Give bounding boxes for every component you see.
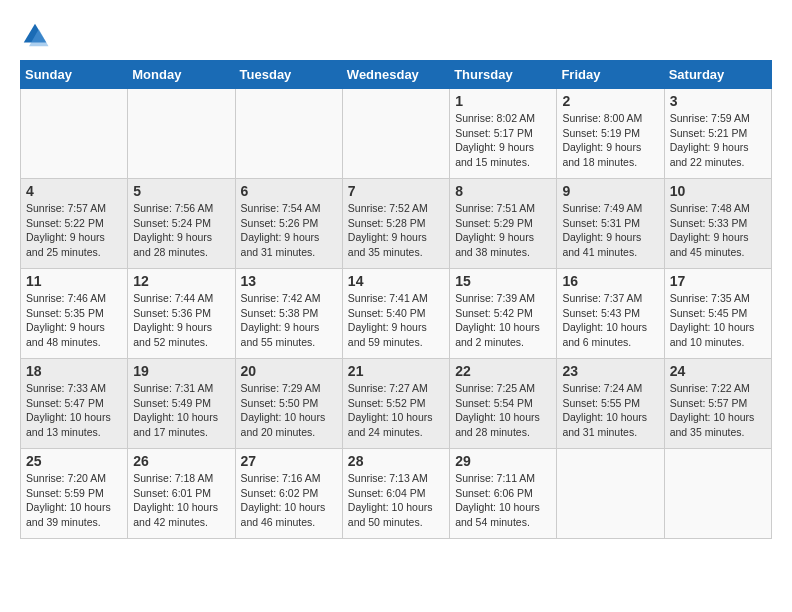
day-info: Sunrise: 7:22 AM Sunset: 5:57 PM Dayligh… (670, 381, 766, 440)
day-number: 11 (26, 273, 122, 289)
day-number: 5 (133, 183, 229, 199)
calendar-cell: 15Sunrise: 7:39 AM Sunset: 5:42 PM Dayli… (450, 269, 557, 359)
day-number: 15 (455, 273, 551, 289)
calendar-cell: 28Sunrise: 7:13 AM Sunset: 6:04 PM Dayli… (342, 449, 449, 539)
calendar-cell: 3Sunrise: 7:59 AM Sunset: 5:21 PM Daylig… (664, 89, 771, 179)
day-info: Sunrise: 7:49 AM Sunset: 5:31 PM Dayligh… (562, 201, 658, 260)
day-info: Sunrise: 7:52 AM Sunset: 5:28 PM Dayligh… (348, 201, 444, 260)
day-number: 1 (455, 93, 551, 109)
calendar-cell (664, 449, 771, 539)
day-number: 16 (562, 273, 658, 289)
calendar-cell: 23Sunrise: 7:24 AM Sunset: 5:55 PM Dayli… (557, 359, 664, 449)
day-number: 20 (241, 363, 337, 379)
calendar-header: SundayMondayTuesdayWednesdayThursdayFrid… (21, 61, 772, 89)
calendar-cell: 22Sunrise: 7:25 AM Sunset: 5:54 PM Dayli… (450, 359, 557, 449)
calendar-cell: 7Sunrise: 7:52 AM Sunset: 5:28 PM Daylig… (342, 179, 449, 269)
day-info: Sunrise: 7:27 AM Sunset: 5:52 PM Dayligh… (348, 381, 444, 440)
calendar-cell: 29Sunrise: 7:11 AM Sunset: 6:06 PM Dayli… (450, 449, 557, 539)
day-number: 27 (241, 453, 337, 469)
header-day-saturday: Saturday (664, 61, 771, 89)
header-day-wednesday: Wednesday (342, 61, 449, 89)
day-info: Sunrise: 7:37 AM Sunset: 5:43 PM Dayligh… (562, 291, 658, 350)
calendar-cell: 1Sunrise: 8:02 AM Sunset: 5:17 PM Daylig… (450, 89, 557, 179)
calendar-cell: 24Sunrise: 7:22 AM Sunset: 5:57 PM Dayli… (664, 359, 771, 449)
week-row-5: 25Sunrise: 7:20 AM Sunset: 5:59 PM Dayli… (21, 449, 772, 539)
day-number: 26 (133, 453, 229, 469)
day-number: 24 (670, 363, 766, 379)
day-info: Sunrise: 7:20 AM Sunset: 5:59 PM Dayligh… (26, 471, 122, 530)
day-number: 21 (348, 363, 444, 379)
day-number: 22 (455, 363, 551, 379)
calendar-cell: 17Sunrise: 7:35 AM Sunset: 5:45 PM Dayli… (664, 269, 771, 359)
day-number: 4 (26, 183, 122, 199)
header-row: SundayMondayTuesdayWednesdayThursdayFrid… (21, 61, 772, 89)
day-info: Sunrise: 7:59 AM Sunset: 5:21 PM Dayligh… (670, 111, 766, 170)
day-info: Sunrise: 8:02 AM Sunset: 5:17 PM Dayligh… (455, 111, 551, 170)
calendar-cell: 8Sunrise: 7:51 AM Sunset: 5:29 PM Daylig… (450, 179, 557, 269)
calendar-cell: 10Sunrise: 7:48 AM Sunset: 5:33 PM Dayli… (664, 179, 771, 269)
day-info: Sunrise: 7:11 AM Sunset: 6:06 PM Dayligh… (455, 471, 551, 530)
day-number: 19 (133, 363, 229, 379)
day-number: 14 (348, 273, 444, 289)
day-info: Sunrise: 7:57 AM Sunset: 5:22 PM Dayligh… (26, 201, 122, 260)
week-row-3: 11Sunrise: 7:46 AM Sunset: 5:35 PM Dayli… (21, 269, 772, 359)
calendar-cell: 13Sunrise: 7:42 AM Sunset: 5:38 PM Dayli… (235, 269, 342, 359)
day-info: Sunrise: 7:41 AM Sunset: 5:40 PM Dayligh… (348, 291, 444, 350)
header-day-thursday: Thursday (450, 61, 557, 89)
week-row-2: 4Sunrise: 7:57 AM Sunset: 5:22 PM Daylig… (21, 179, 772, 269)
calendar-cell: 5Sunrise: 7:56 AM Sunset: 5:24 PM Daylig… (128, 179, 235, 269)
logo-icon (20, 20, 50, 50)
day-info: Sunrise: 7:33 AM Sunset: 5:47 PM Dayligh… (26, 381, 122, 440)
day-number: 28 (348, 453, 444, 469)
calendar-cell: 9Sunrise: 7:49 AM Sunset: 5:31 PM Daylig… (557, 179, 664, 269)
day-number: 9 (562, 183, 658, 199)
week-row-1: 1Sunrise: 8:02 AM Sunset: 5:17 PM Daylig… (21, 89, 772, 179)
calendar-table: SundayMondayTuesdayWednesdayThursdayFrid… (20, 60, 772, 539)
day-info: Sunrise: 7:54 AM Sunset: 5:26 PM Dayligh… (241, 201, 337, 260)
calendar-cell: 6Sunrise: 7:54 AM Sunset: 5:26 PM Daylig… (235, 179, 342, 269)
calendar-cell (557, 449, 664, 539)
calendar-cell: 14Sunrise: 7:41 AM Sunset: 5:40 PM Dayli… (342, 269, 449, 359)
day-number: 3 (670, 93, 766, 109)
day-number: 12 (133, 273, 229, 289)
day-info: Sunrise: 7:56 AM Sunset: 5:24 PM Dayligh… (133, 201, 229, 260)
day-info: Sunrise: 7:35 AM Sunset: 5:45 PM Dayligh… (670, 291, 766, 350)
week-row-4: 18Sunrise: 7:33 AM Sunset: 5:47 PM Dayli… (21, 359, 772, 449)
day-number: 17 (670, 273, 766, 289)
day-number: 25 (26, 453, 122, 469)
calendar-cell (342, 89, 449, 179)
day-number: 8 (455, 183, 551, 199)
calendar-cell (21, 89, 128, 179)
calendar-cell: 16Sunrise: 7:37 AM Sunset: 5:43 PM Dayli… (557, 269, 664, 359)
calendar-cell: 25Sunrise: 7:20 AM Sunset: 5:59 PM Dayli… (21, 449, 128, 539)
day-number: 13 (241, 273, 337, 289)
day-number: 18 (26, 363, 122, 379)
page-header (20, 20, 772, 50)
header-day-friday: Friday (557, 61, 664, 89)
calendar-cell: 26Sunrise: 7:18 AM Sunset: 6:01 PM Dayli… (128, 449, 235, 539)
day-info: Sunrise: 7:25 AM Sunset: 5:54 PM Dayligh… (455, 381, 551, 440)
day-info: Sunrise: 7:48 AM Sunset: 5:33 PM Dayligh… (670, 201, 766, 260)
logo (20, 20, 54, 50)
day-number: 2 (562, 93, 658, 109)
calendar-cell (235, 89, 342, 179)
day-number: 6 (241, 183, 337, 199)
day-info: Sunrise: 7:29 AM Sunset: 5:50 PM Dayligh… (241, 381, 337, 440)
day-info: Sunrise: 7:31 AM Sunset: 5:49 PM Dayligh… (133, 381, 229, 440)
calendar-cell: 12Sunrise: 7:44 AM Sunset: 5:36 PM Dayli… (128, 269, 235, 359)
calendar-cell: 18Sunrise: 7:33 AM Sunset: 5:47 PM Dayli… (21, 359, 128, 449)
header-day-tuesday: Tuesday (235, 61, 342, 89)
header-day-sunday: Sunday (21, 61, 128, 89)
day-info: Sunrise: 7:46 AM Sunset: 5:35 PM Dayligh… (26, 291, 122, 350)
calendar-cell: 27Sunrise: 7:16 AM Sunset: 6:02 PM Dayli… (235, 449, 342, 539)
day-info: Sunrise: 7:18 AM Sunset: 6:01 PM Dayligh… (133, 471, 229, 530)
day-info: Sunrise: 7:51 AM Sunset: 5:29 PM Dayligh… (455, 201, 551, 260)
day-info: Sunrise: 7:44 AM Sunset: 5:36 PM Dayligh… (133, 291, 229, 350)
day-info: Sunrise: 7:16 AM Sunset: 6:02 PM Dayligh… (241, 471, 337, 530)
calendar-cell: 21Sunrise: 7:27 AM Sunset: 5:52 PM Dayli… (342, 359, 449, 449)
day-info: Sunrise: 7:13 AM Sunset: 6:04 PM Dayligh… (348, 471, 444, 530)
day-number: 23 (562, 363, 658, 379)
calendar-cell: 19Sunrise: 7:31 AM Sunset: 5:49 PM Dayli… (128, 359, 235, 449)
day-number: 10 (670, 183, 766, 199)
day-info: Sunrise: 8:00 AM Sunset: 5:19 PM Dayligh… (562, 111, 658, 170)
